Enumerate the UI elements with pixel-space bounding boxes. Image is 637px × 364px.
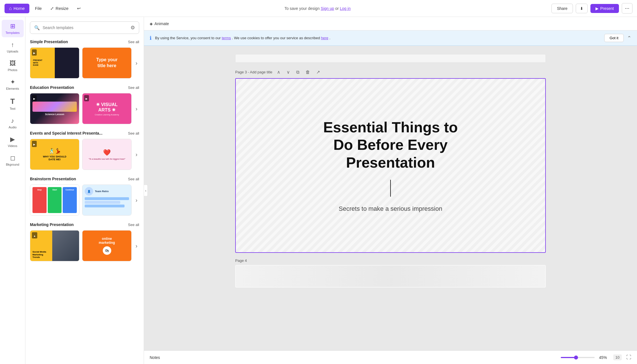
share-button[interactable]: Share <box>551 4 573 13</box>
animate-bar: ◈ Animate <box>144 17 637 30</box>
template-thumb-education-1[interactable]: Science Lesson ▶ <box>30 93 79 124</box>
download-icon: ⬇ <box>580 6 583 11</box>
page-move-up[interactable]: ∧ <box>275 68 282 76</box>
uploads-icon: ↑ <box>11 41 14 49</box>
undo-button[interactable]: ↩ <box>74 4 84 13</box>
zoom-slider[interactable] <box>561 357 595 358</box>
section-events: Events and Special Interest Presenta... … <box>30 131 139 170</box>
section-simple: Simple Presentation See all PRESENTWITHE… <box>30 40 139 78</box>
filter-button[interactable]: ⚙ <box>130 25 135 31</box>
template-thumb-brainstorm-1[interactable]: Stop Start Continue <box>30 185 79 216</box>
sidebar-item-text[interactable]: T Text <box>2 94 24 113</box>
collapse-panel-button[interactable]: ‹ <box>144 185 148 196</box>
sign-up-link[interactable]: Sign up <box>321 6 334 11</box>
play-icon: ▶ <box>33 52 35 54</box>
got-it-button[interactable]: Got it <box>604 34 624 42</box>
zoom-percentage: 45% <box>597 355 609 360</box>
see-all-marketing[interactable]: See all <box>128 223 139 227</box>
notes-button[interactable]: Notes <box>150 355 160 360</box>
page-share[interactable]: ↗ <box>315 68 322 76</box>
page-move-down[interactable]: ∨ <box>285 68 292 76</box>
page-wrapper-prev <box>235 54 546 63</box>
zoom-thumb[interactable] <box>574 356 578 359</box>
templates-panel: 🔍 ⚙ Simple Presentation See all PRESENTW… <box>25 17 144 364</box>
audio-icon: ♪ <box>11 117 14 124</box>
template-thumb-marketing-1[interactable]: Social MediaMarketingTrends ▲ <box>30 230 79 261</box>
slide-subtitle: Secrets to make a serious impression <box>339 205 442 212</box>
sidebar-item-elements[interactable]: ✦ Elements <box>2 76 24 93</box>
template-thumb-education-2[interactable]: ✷ VISUALARTS ✷ Creative Learning Academy… <box>82 93 132 124</box>
see-all-brainstorm[interactable]: See all <box>128 177 139 181</box>
section-simple-next[interactable]: › <box>134 59 139 67</box>
section-simple-title: Simple Presentation <box>30 40 68 44</box>
template-thumb-events-1[interactable]: 🕺💃 WHY YOU SHOULDDATE ME! ▶ <box>30 139 79 170</box>
topbar-right: Share ⬇ ▶ Present ⋯ <box>551 3 632 14</box>
elements-icon: ✦ <box>10 78 15 86</box>
sidebar-item-background[interactable]: ◻ Bkground <box>2 152 24 169</box>
home-button[interactable]: ⌂ Home <box>5 4 29 13</box>
video-badge-1: ▶ <box>32 49 37 56</box>
page-delete[interactable]: 🗑 <box>304 69 312 76</box>
slide-page3[interactable]: Essential Things toDo Before EveryPresen… <box>235 78 546 253</box>
page-number-box: 10 <box>613 354 622 360</box>
template-thumb-simple-2[interactable]: Type yourtitle here <box>82 47 132 78</box>
file-button[interactable]: File <box>32 4 45 12</box>
download-button[interactable]: ⬇ <box>576 4 588 13</box>
video-badge-edu-2: ▶ <box>84 95 89 101</box>
save-message: To save your design Sign up or Log in <box>284 6 350 11</box>
template-row-brainstorm: Stop Start Continue 👤 <box>30 185 139 216</box>
slide-cursor <box>390 180 391 197</box>
videos-icon: ▶ <box>10 136 15 143</box>
see-all-events[interactable]: See all <box>128 131 139 135</box>
present-button[interactable]: ▶ Present <box>590 4 619 13</box>
sidebar-item-photos[interactable]: 🖼 Photos <box>2 57 24 74</box>
section-simple-header: Simple Presentation See all <box>30 40 139 44</box>
template-thumb-brainstorm-2[interactable]: 👤 Team Retro <box>82 185 132 216</box>
section-brainstorm-next[interactable]: › <box>134 196 139 205</box>
page-3-title: Page 3 - Add page title <box>235 70 272 74</box>
slide-page4[interactable] <box>235 265 546 288</box>
cookie-close-button[interactable]: ⌃ <box>627 35 631 41</box>
page-3-header: Page 3 - Add page title ∧ ∨ ⧉ 🗑 ↗ <box>235 68 546 76</box>
animate-button[interactable]: ◈ Animate <box>150 21 169 26</box>
page-duplicate[interactable]: ⧉ <box>294 69 301 76</box>
sidebar-item-templates[interactable]: ⊞ Templates <box>2 20 24 37</box>
topbar-left: ⌂ Home File ⤢ Resize ↩ <box>5 4 84 13</box>
text-icon: T <box>10 97 15 106</box>
page-wrapper-3: Page 3 - Add page title ∧ ∨ ⧉ 🗑 ↗ Essent… <box>235 68 546 253</box>
more-button[interactable]: ⋯ <box>622 3 632 14</box>
template-row-events: 🕺💃 WHY YOU SHOULDDATE ME! ▶ ❤️ "To a bea… <box>30 139 139 170</box>
undo-icon: ↩ <box>77 6 81 11</box>
sidebar-item-audio[interactable]: ♪ Audio <box>2 114 24 132</box>
section-brainstorm-header: Brainstorm Presentation See all <box>30 177 139 181</box>
log-in-link[interactable]: Log in <box>340 6 351 11</box>
section-brainstorm: Brainstorm Presentation See all Stop Sta… <box>30 177 139 216</box>
section-marketing-next[interactable]: › <box>134 242 139 250</box>
template-thumb-events-2[interactable]: ❤️ "To a beautiful soul with the biggest… <box>82 139 132 170</box>
search-icon: 🔍 <box>34 25 40 30</box>
section-marketing-header: Marketing Presentation See all <box>30 222 139 227</box>
topbar-center: To save your design Sign up or Log in <box>87 6 548 11</box>
template-thumb-marketing-2[interactable]: onlinemarketing 🛍 <box>82 230 132 261</box>
background-icon: ◻ <box>10 154 15 162</box>
fullscreen-button[interactable]: ⛶ <box>626 354 631 360</box>
terms-link[interactable]: terms <box>222 36 231 40</box>
template-row-marketing: Social MediaMarketingTrends ▲ onlinemark… <box>30 230 139 261</box>
here-link[interactable]: here <box>321 36 328 40</box>
see-all-simple[interactable]: See all <box>128 40 139 44</box>
section-education-next[interactable]: › <box>134 104 139 113</box>
zoom-controls: 45% <box>561 355 609 360</box>
templates-icon: ⊞ <box>10 23 15 30</box>
sidebar-item-videos[interactable]: ▶ Videos <box>2 133 24 150</box>
pages-container: Page 3 - Add page title ∧ ∨ ⧉ 🗑 ↗ Essent… <box>144 46 637 350</box>
search-input[interactable] <box>43 25 128 30</box>
template-thumb-simple-1[interactable]: PRESENTWITHEASE ▶ <box>30 47 79 78</box>
section-events-header: Events and Special Interest Presenta... … <box>30 131 139 135</box>
sidebar-item-uploads[interactable]: ↑ Uploads <box>2 38 24 56</box>
see-all-education[interactable]: See all <box>128 85 139 90</box>
section-events-next[interactable]: › <box>134 150 139 159</box>
resize-button[interactable]: ⤢ Resize <box>47 4 71 13</box>
thumb-simple-2-text: Type yourtitle here <box>96 57 117 69</box>
section-education-title: Education Presentation <box>30 85 74 90</box>
audio-label: Audio <box>8 126 16 129</box>
